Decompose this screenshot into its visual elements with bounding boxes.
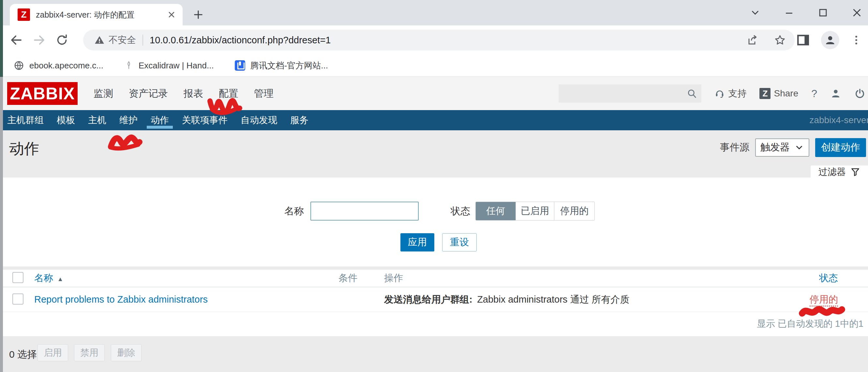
- submenu-discovery[interactable]: 自动发现: [241, 110, 277, 130]
- menu-reports[interactable]: 报表: [184, 87, 203, 100]
- bookmark-label: Excalidraw | Hand...: [138, 61, 214, 71]
- row-operation-type: 发送消息给用户群组:: [384, 294, 472, 305]
- share-page-icon[interactable]: [747, 34, 759, 46]
- selected-count-label: 0 选择: [9, 348, 37, 361]
- bookmark-tencent-docs[interactable]: 腾讯文档-官方网站...: [235, 60, 328, 71]
- zabbix-header: ZABBIX 监测 资产记录 报表 配置 管理 支持 Z Share ?: [0, 77, 868, 110]
- enable-button[interactable]: 启用: [37, 344, 68, 361]
- not-secure-warning-icon: [94, 35, 105, 45]
- side-panel-icon[interactable]: [796, 33, 810, 47]
- actions-table: 名称 ▲ 条件 操作 状态 Report problems to Zabbix …: [0, 270, 868, 336]
- sort-by-name-header[interactable]: 名称: [34, 273, 53, 283]
- page-title: 动作: [9, 139, 39, 159]
- browser-toolbar: 不安全 10.0.0.61/zabbix/actionconf.php?ddre…: [0, 25, 868, 55]
- create-action-button[interactable]: 创建动作: [815, 138, 866, 157]
- logout-power-icon[interactable]: [854, 88, 865, 99]
- omnibox-divider: [143, 35, 143, 45]
- tab-close-icon[interactable]: [167, 10, 176, 19]
- share-label: Share: [774, 88, 798, 99]
- help-link[interactable]: ?: [811, 88, 817, 100]
- bookmarks-bar: ebook.apecome.c... Excalidraw | Hand... …: [0, 55, 868, 77]
- table-row: Report problems to Zabbix administrators…: [0, 287, 868, 312]
- new-tab-button[interactable]: [191, 7, 206, 22]
- support-link[interactable]: 支持: [714, 87, 746, 100]
- apply-button[interactable]: 应用: [400, 233, 434, 251]
- status-segmented-control: 任何 已启用 停用的: [475, 202, 595, 221]
- user-profile-icon[interactable]: [830, 88, 841, 99]
- reload-icon[interactable]: [54, 32, 70, 48]
- tab-title: zabbix4-server: 动作的配置: [36, 9, 162, 20]
- submenu-event-correlation[interactable]: 关联项事件: [182, 110, 227, 130]
- bookmark-ebook[interactable]: ebook.apecome.c...: [14, 60, 103, 71]
- filter-toggle-tab[interactable]: 过滤器: [811, 166, 868, 178]
- minimize-icon[interactable]: [783, 7, 795, 19]
- submenu-maintenance[interactable]: 维护: [119, 110, 137, 130]
- url-text[interactable]: 10.0.0.61/zabbix/actionconf.php?ddreset=…: [150, 35, 331, 45]
- sort-asc-icon: ▲: [57, 276, 63, 282]
- pencil-icon: [124, 61, 133, 70]
- back-icon[interactable]: [8, 32, 25, 48]
- tab-search-chevron-icon[interactable]: [749, 7, 761, 19]
- browser-tab[interactable]: Z zabbix4-server: 动作的配置: [10, 4, 183, 25]
- tencent-docs-icon: [235, 60, 245, 71]
- filter-panel: 名称 状态 任何 已启用 停用的 应用 重设: [0, 177, 868, 266]
- filter-name-label: 名称: [284, 202, 304, 221]
- submenu-hosts[interactable]: 主机: [88, 110, 106, 130]
- window-edge-top: [0, 0, 3, 77]
- support-label: 支持: [728, 87, 746, 100]
- row-checkbox[interactable]: [12, 294, 24, 305]
- menu-configuration[interactable]: 配置: [219, 87, 238, 100]
- filter-funnel-icon: [850, 167, 860, 177]
- bookmark-label: ebook.apecome.c...: [29, 61, 103, 71]
- event-source-value: 触发器: [761, 141, 794, 154]
- server-name-label: zabbix4-server: [809, 110, 868, 130]
- select-all-checkbox[interactable]: [12, 272, 24, 283]
- menu-administration[interactable]: 管理: [254, 87, 274, 100]
- zabbix-main-menu: 监测 资产记录 报表 配置 管理: [94, 77, 274, 110]
- status-option-disabled[interactable]: 停用的: [554, 202, 594, 220]
- zabbix-logo[interactable]: ZABBIX: [7, 82, 78, 105]
- action-name-link[interactable]: Report problems to Zabbix administrators: [34, 294, 208, 305]
- globe-icon: [14, 60, 24, 71]
- status-disabled-link[interactable]: 停用的: [810, 294, 838, 307]
- filter-name-input[interactable]: [310, 202, 419, 221]
- zabbix-share-icon: Z: [760, 88, 771, 99]
- zabbix-submenu: 主机群组 模板 主机 维护 动作 关联项事件 自动发现 服务 zabbix4-s…: [0, 110, 868, 130]
- forward-icon[interactable]: [31, 32, 48, 48]
- browser-menu-icon[interactable]: [850, 34, 862, 46]
- submenu-actions[interactable]: 动作: [151, 110, 169, 130]
- delete-button[interactable]: 删除: [111, 344, 142, 361]
- sort-by-status-header[interactable]: 状态: [819, 273, 838, 283]
- table-summary: 显示 已自动发现的 1中的1: [0, 312, 868, 336]
- menu-monitoring[interactable]: 监测: [94, 87, 113, 100]
- search-icon: [686, 88, 698, 100]
- profile-avatar[interactable]: [821, 31, 839, 49]
- address-bar[interactable]: 不安全 10.0.0.61/zabbix/actionconf.php?ddre…: [83, 30, 795, 50]
- status-option-enabled[interactable]: 已启用: [516, 202, 554, 220]
- bookmark-star-icon[interactable]: [774, 34, 786, 46]
- security-label[interactable]: 不安全: [108, 34, 136, 46]
- table-header-row: 名称 ▲ 条件 操作 状态: [0, 270, 868, 287]
- share-link[interactable]: Z Share: [760, 88, 798, 99]
- reset-button[interactable]: 重设: [442, 233, 477, 251]
- filter-status-label: 状态: [451, 202, 470, 221]
- event-source-label: 事件源: [720, 141, 749, 154]
- conditions-header: 条件: [338, 272, 384, 285]
- menu-inventory[interactable]: 资产记录: [129, 87, 168, 100]
- chevron-down-icon: [794, 143, 804, 153]
- window-edge-bottom: [0, 77, 3, 372]
- bookmark-excalidraw[interactable]: Excalidraw | Hand...: [124, 61, 214, 71]
- status-option-any[interactable]: 任何: [476, 202, 516, 220]
- screen: Z zabbix4-server: 动作的配置: [0, 0, 868, 372]
- global-search-input[interactable]: [559, 84, 702, 103]
- zabbix-favicon-icon: Z: [18, 8, 30, 21]
- submenu-host-groups[interactable]: 主机群组: [7, 110, 44, 130]
- disable-button[interactable]: 禁用: [74, 344, 105, 361]
- browser-titlebar: Z zabbix4-server: 动作的配置: [0, 0, 868, 25]
- submenu-templates[interactable]: 模板: [57, 110, 75, 130]
- event-source-select[interactable]: 触发器: [755, 138, 809, 157]
- maximize-icon[interactable]: [817, 7, 829, 19]
- filter-tab-label: 过滤器: [818, 166, 846, 178]
- submenu-services[interactable]: 服务: [290, 110, 308, 130]
- close-window-icon[interactable]: [851, 7, 863, 19]
